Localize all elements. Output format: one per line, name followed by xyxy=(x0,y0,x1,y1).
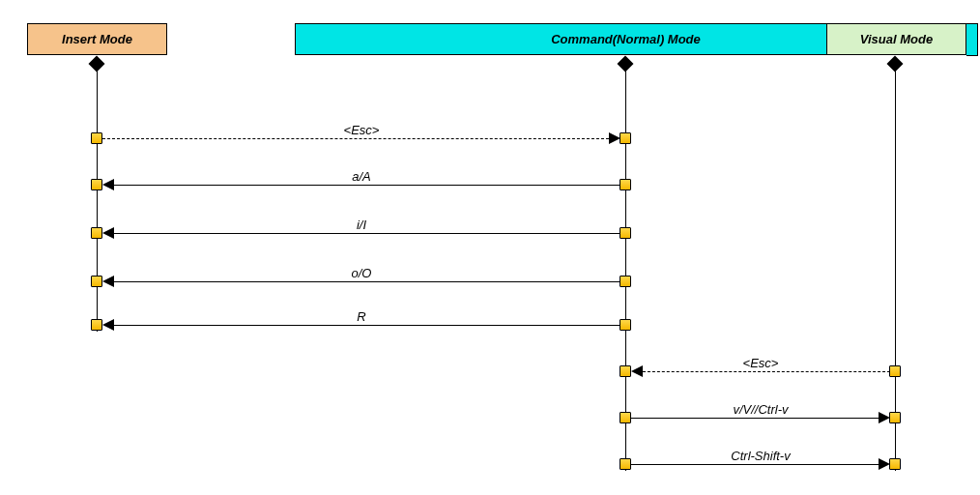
activation-box xyxy=(91,227,102,239)
message-line xyxy=(114,185,620,186)
lifeline-command xyxy=(625,58,626,471)
message-line xyxy=(114,281,620,282)
message-row: <Esc> xyxy=(0,132,980,144)
activation-box xyxy=(620,412,631,423)
start-diamond-icon xyxy=(89,56,105,73)
message-line xyxy=(114,325,620,326)
activation-box xyxy=(889,365,901,377)
message-label: <Esc> xyxy=(739,356,783,370)
arrowhead-icon xyxy=(102,179,114,190)
message-label: R xyxy=(353,309,369,324)
arrowhead-icon xyxy=(102,319,114,331)
participant-insert-mode: Insert Mode xyxy=(27,23,167,55)
message-line xyxy=(114,233,620,234)
arrowhead-icon xyxy=(102,276,114,287)
arrowhead-icon xyxy=(609,132,620,144)
message-line xyxy=(102,138,609,139)
activation-box xyxy=(91,276,102,287)
activation-box xyxy=(620,132,631,144)
participant-overlay-stripe xyxy=(966,23,978,56)
message-row: a/A xyxy=(0,179,980,190)
arrowhead-icon xyxy=(879,412,890,423)
activation-box xyxy=(620,179,631,190)
activation-box xyxy=(91,179,102,190)
activation-box xyxy=(620,227,631,239)
message-label: o/O xyxy=(348,266,376,280)
participant-label: Command(Normal) Mode xyxy=(551,32,701,46)
participant-label: Visual Mode xyxy=(860,32,933,46)
activation-box xyxy=(889,412,901,423)
arrowhead-icon xyxy=(102,227,114,239)
message-row: v/V//Ctrl-v xyxy=(0,412,980,423)
message-line xyxy=(631,418,879,419)
message-label: a/A xyxy=(348,169,375,184)
message-row: <Esc> xyxy=(0,365,980,377)
sequence-diagram: Insert Mode Command(Normal) Mode Visual … xyxy=(0,0,980,495)
arrowhead-icon xyxy=(631,365,643,377)
message-label: i/I xyxy=(353,218,370,232)
message-label: Ctrl-Shift-v xyxy=(727,449,793,463)
lifeline-insert xyxy=(97,58,98,332)
activation-box xyxy=(620,365,631,377)
participant-visual-mode: Visual Mode xyxy=(826,23,966,55)
activation-box xyxy=(889,458,901,470)
message-row: o/O xyxy=(0,276,980,287)
message-label: <Esc> xyxy=(340,123,384,137)
start-diamond-icon xyxy=(887,56,904,73)
activation-box xyxy=(620,276,631,287)
lifeline-visual xyxy=(895,58,896,471)
activation-box xyxy=(620,319,631,331)
start-diamond-icon xyxy=(618,56,634,73)
participant-label: Insert Mode xyxy=(62,32,132,46)
message-row: Ctrl-Shift-v xyxy=(0,458,980,470)
message-line xyxy=(643,371,890,372)
message-label: v/V//Ctrl-v xyxy=(729,402,792,417)
arrowhead-icon xyxy=(879,458,890,470)
activation-box xyxy=(91,132,102,144)
message-row: R xyxy=(0,319,980,331)
message-row: i/I xyxy=(0,227,980,239)
activation-box xyxy=(91,319,102,331)
message-line xyxy=(631,464,879,465)
activation-box xyxy=(620,458,631,470)
